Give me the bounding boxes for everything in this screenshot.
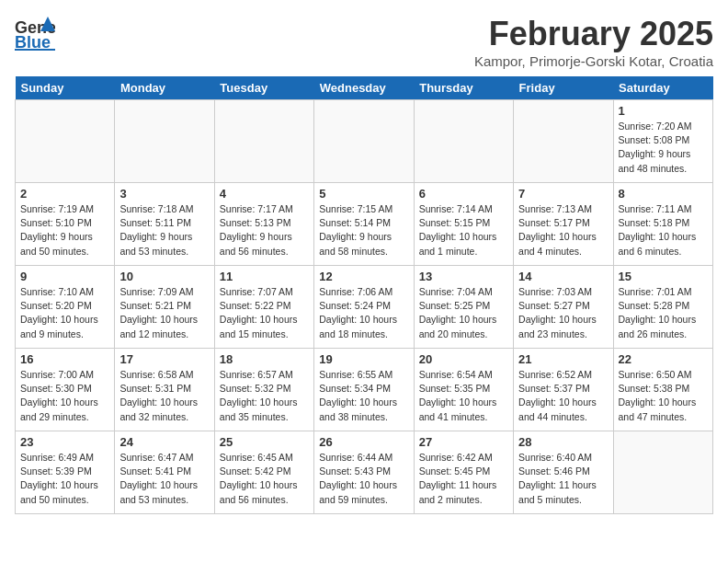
day-info: Sunrise: 6:40 AM Sunset: 5:46 PM Dayligh…: [518, 451, 608, 507]
day-number: 26: [319, 435, 408, 449]
day-cell: 15Sunrise: 7:01 AM Sunset: 5:28 PM Dayli…: [613, 266, 712, 349]
day-cell: [414, 100, 513, 183]
day-number: 11: [220, 270, 309, 283]
week-row-3: 9Sunrise: 7:10 AM Sunset: 5:20 PM Daylig…: [16, 266, 713, 349]
day-cell: 4Sunrise: 7:17 AM Sunset: 5:13 PM Daylig…: [214, 183, 313, 266]
day-cell: 28Sunrise: 6:40 AM Sunset: 5:46 PM Dayli…: [514, 431, 613, 514]
logo: General Blue: [15, 15, 55, 52]
day-info: Sunrise: 7:03 AM Sunset: 5:27 PM Dayligh…: [518, 285, 608, 341]
day-number: 23: [20, 435, 109, 449]
day-info: Sunrise: 7:10 AM Sunset: 5:20 PM Dayligh…: [20, 285, 109, 341]
day-number: 24: [119, 435, 209, 449]
day-info: Sunrise: 7:04 AM Sunset: 5:25 PM Dayligh…: [419, 285, 508, 341]
day-info: Sunrise: 7:17 AM Sunset: 5:13 PM Dayligh…: [220, 202, 309, 259]
title-area: February 2025 Kampor, Primorje-Gorski Ko…: [474, 15, 713, 69]
day-cell: 11Sunrise: 7:07 AM Sunset: 5:22 PM Dayli…: [214, 266, 313, 349]
day-cell: 27Sunrise: 6:42 AM Sunset: 5:45 PM Dayli…: [414, 431, 513, 514]
day-cell: 2Sunrise: 7:19 AM Sunset: 5:10 PM Daylig…: [16, 183, 115, 266]
day-cell: 5Sunrise: 7:15 AM Sunset: 5:14 PM Daylig…: [314, 183, 414, 266]
month-title: February 2025: [474, 15, 713, 53]
day-cell: 12Sunrise: 7:06 AM Sunset: 5:24 PM Dayli…: [314, 266, 414, 349]
day-cell: 23Sunrise: 6:49 AM Sunset: 5:39 PM Dayli…: [16, 431, 115, 514]
day-number: 8: [619, 187, 708, 201]
day-info: Sunrise: 6:55 AM Sunset: 5:34 PM Dayligh…: [319, 368, 408, 424]
day-cell: 24Sunrise: 6:47 AM Sunset: 5:41 PM Dayli…: [115, 431, 214, 514]
day-number: 15: [619, 270, 708, 283]
weekday-header-friday: Friday: [514, 76, 613, 100]
day-cell: [613, 431, 712, 514]
weekday-header-thursday: Thursday: [414, 76, 513, 100]
weekday-header-row: SundayMondayTuesdayWednesdayThursdayFrid…: [16, 76, 713, 100]
day-info: Sunrise: 6:52 AM Sunset: 5:37 PM Dayligh…: [518, 368, 608, 424]
day-number: 20: [419, 352, 508, 366]
day-cell: 1Sunrise: 7:20 AM Sunset: 5:08 PM Daylig…: [613, 100, 712, 183]
day-cell: 18Sunrise: 6:57 AM Sunset: 5:32 PM Dayli…: [214, 349, 313, 431]
day-number: 14: [518, 270, 608, 283]
day-cell: [514, 100, 613, 183]
day-info: Sunrise: 7:19 AM Sunset: 5:10 PM Dayligh…: [20, 202, 109, 259]
calendar-table: SundayMondayTuesdayWednesdayThursdayFrid…: [15, 76, 713, 514]
day-cell: 22Sunrise: 6:50 AM Sunset: 5:38 PM Dayli…: [613, 349, 712, 431]
day-info: Sunrise: 6:42 AM Sunset: 5:45 PM Dayligh…: [419, 451, 508, 507]
day-info: Sunrise: 7:15 AM Sunset: 5:14 PM Dayligh…: [319, 202, 408, 259]
weekday-header-sunday: Sunday: [16, 76, 115, 100]
day-cell: 17Sunrise: 6:58 AM Sunset: 5:31 PM Dayli…: [115, 349, 214, 431]
page-header: General Blue February 2025 Kampor, Primo…: [15, 15, 713, 69]
week-row-5: 23Sunrise: 6:49 AM Sunset: 5:39 PM Dayli…: [16, 431, 713, 514]
day-number: 21: [518, 352, 608, 366]
day-cell: 3Sunrise: 7:18 AM Sunset: 5:11 PM Daylig…: [115, 183, 214, 266]
day-number: 28: [518, 435, 608, 449]
day-number: 13: [419, 270, 508, 283]
day-number: 16: [20, 352, 109, 366]
day-info: Sunrise: 7:14 AM Sunset: 5:15 PM Dayligh…: [419, 202, 508, 259]
day-cell: 25Sunrise: 6:45 AM Sunset: 5:42 PM Dayli…: [214, 431, 313, 514]
day-cell: [115, 100, 214, 183]
day-cell: 16Sunrise: 7:00 AM Sunset: 5:30 PM Dayli…: [16, 349, 115, 431]
day-cell: 14Sunrise: 7:03 AM Sunset: 5:27 PM Dayli…: [514, 266, 613, 349]
weekday-header-saturday: Saturday: [613, 76, 712, 100]
day-number: 2: [20, 187, 109, 201]
day-info: Sunrise: 7:11 AM Sunset: 5:18 PM Dayligh…: [619, 202, 708, 259]
day-info: Sunrise: 7:06 AM Sunset: 5:24 PM Dayligh…: [319, 285, 408, 341]
day-number: 3: [119, 187, 209, 201]
day-number: 9: [20, 270, 109, 283]
day-cell: 20Sunrise: 6:54 AM Sunset: 5:35 PM Dayli…: [414, 349, 513, 431]
day-number: 18: [220, 352, 309, 366]
day-number: 4: [220, 187, 309, 201]
day-cell: 19Sunrise: 6:55 AM Sunset: 5:34 PM Dayli…: [314, 349, 414, 431]
day-cell: [16, 100, 115, 183]
day-info: Sunrise: 7:01 AM Sunset: 5:28 PM Dayligh…: [619, 285, 708, 341]
day-number: 27: [419, 435, 508, 449]
day-info: Sunrise: 7:20 AM Sunset: 5:08 PM Dayligh…: [619, 120, 708, 176]
day-info: Sunrise: 6:54 AM Sunset: 5:35 PM Dayligh…: [419, 368, 508, 424]
day-cell: 21Sunrise: 6:52 AM Sunset: 5:37 PM Dayli…: [514, 349, 613, 431]
weekday-header-monday: Monday: [115, 76, 214, 100]
day-number: 10: [119, 270, 209, 283]
day-cell: 6Sunrise: 7:14 AM Sunset: 5:15 PM Daylig…: [414, 183, 513, 266]
day-info: Sunrise: 6:47 AM Sunset: 5:41 PM Dayligh…: [119, 451, 209, 507]
week-row-2: 2Sunrise: 7:19 AM Sunset: 5:10 PM Daylig…: [16, 183, 713, 266]
location: Kampor, Primorje-Gorski Kotar, Croatia: [474, 53, 713, 69]
day-info: Sunrise: 7:13 AM Sunset: 5:17 PM Dayligh…: [518, 202, 608, 259]
day-info: Sunrise: 7:18 AM Sunset: 5:11 PM Dayligh…: [119, 202, 209, 259]
day-info: Sunrise: 6:44 AM Sunset: 5:43 PM Dayligh…: [319, 451, 408, 507]
day-info: Sunrise: 7:09 AM Sunset: 5:21 PM Dayligh…: [119, 285, 209, 341]
day-info: Sunrise: 6:45 AM Sunset: 5:42 PM Dayligh…: [220, 451, 309, 507]
day-cell: 26Sunrise: 6:44 AM Sunset: 5:43 PM Dayli…: [314, 431, 414, 514]
day-info: Sunrise: 7:07 AM Sunset: 5:22 PM Dayligh…: [220, 285, 309, 341]
day-number: 17: [119, 352, 209, 366]
day-cell: 8Sunrise: 7:11 AM Sunset: 5:18 PM Daylig…: [613, 183, 712, 266]
week-row-4: 16Sunrise: 7:00 AM Sunset: 5:30 PM Dayli…: [16, 349, 713, 431]
day-cell: 7Sunrise: 7:13 AM Sunset: 5:17 PM Daylig…: [514, 183, 613, 266]
day-info: Sunrise: 6:50 AM Sunset: 5:38 PM Dayligh…: [619, 368, 708, 424]
day-cell: [214, 100, 313, 183]
week-row-1: 1Sunrise: 7:20 AM Sunset: 5:08 PM Daylig…: [16, 100, 713, 183]
day-cell: [314, 100, 414, 183]
day-cell: 10Sunrise: 7:09 AM Sunset: 5:21 PM Dayli…: [115, 266, 214, 349]
day-cell: 13Sunrise: 7:04 AM Sunset: 5:25 PM Dayli…: [414, 266, 513, 349]
day-info: Sunrise: 6:49 AM Sunset: 5:39 PM Dayligh…: [20, 451, 109, 507]
logo-icon: General Blue: [15, 15, 55, 52]
day-number: 25: [220, 435, 309, 449]
day-number: 12: [319, 270, 408, 283]
day-number: 5: [319, 187, 408, 201]
